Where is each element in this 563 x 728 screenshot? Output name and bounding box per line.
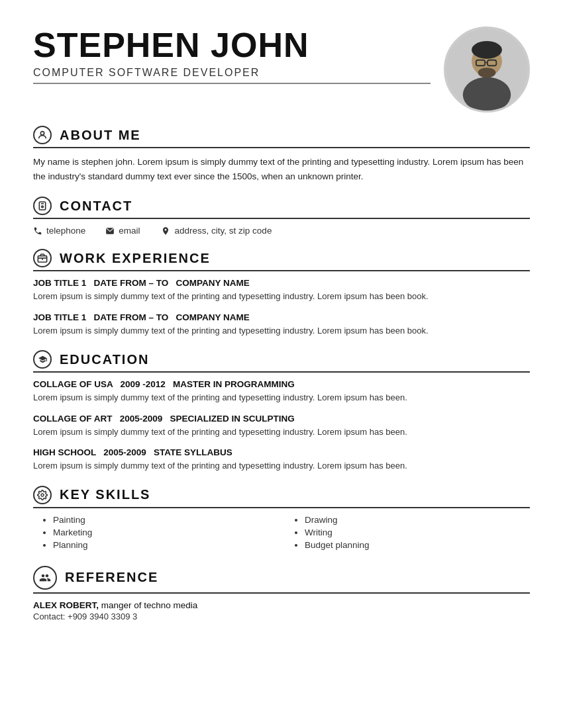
job-2-title: JOB TITLE 1: [33, 312, 86, 322]
job-1-company: COMPANY NAME: [176, 278, 250, 288]
job-2-date: DATE FROM – TO: [94, 312, 169, 322]
education-title: EDUCATION: [60, 352, 149, 367]
job-1-title-line: JOB TITLE 1 DATE FROM – TO COMPANY NAME: [33, 278, 530, 288]
graduation-icon: [37, 355, 48, 364]
header-left: STEPHEN JOHN COMPUTER SOFTWARE DEVELOPER: [33, 26, 431, 84]
profile-photo: [444, 26, 530, 113]
people-icon: [38, 572, 52, 584]
skills-grid: Painting Marketing Planning Drawing Writ…: [33, 515, 530, 553]
skills-icon: [33, 486, 52, 504]
reference-name: ALEX ROBERT, manger of techno media: [33, 600, 530, 610]
skill-budget-planning: Budget planning: [305, 540, 530, 550]
edu-3-title-line: HIGH SCHOOL 2005-2009 STATE SYLLABUS: [33, 447, 530, 457]
edu-1-desc: Lorem ipsum is simply dummy text of the …: [33, 391, 530, 404]
contact-section-header: CONTACT: [33, 197, 530, 219]
svg-point-10: [42, 206, 44, 208]
edu-3-school: HIGH SCHOOL: [33, 447, 96, 457]
address-icon: [160, 226, 171, 236]
work-icon: [33, 249, 52, 267]
skill-writing: Writing: [305, 527, 530, 537]
edu-2-school: COLLAGE OF ART: [33, 414, 113, 424]
skill-marketing: Marketing: [53, 527, 278, 537]
about-section-header: ABOUT ME: [33, 126, 530, 148]
email-label: email: [119, 226, 140, 236]
skill-drawing: Drawing: [305, 515, 530, 525]
education-section: EDUCATION COLLAGE OF USA 2009 -2012 MAST…: [33, 350, 530, 473]
svg-point-16: [41, 494, 44, 496]
edu-1-degree: MASTER IN PROGRAMMING: [173, 379, 295, 389]
reference-contact: Contact: +909 3940 3309 3: [33, 612, 530, 621]
address-label: address, city, st zip code: [175, 226, 272, 236]
job-2-company: COMPANY NAME: [176, 312, 250, 322]
job-1-title: JOB TITLE 1: [33, 278, 86, 288]
job-1-date: DATE FROM – TO: [94, 278, 169, 288]
edu-1: COLLAGE OF USA 2009 -2012 MASTER IN PROG…: [33, 379, 530, 404]
gear-icon: [37, 490, 48, 500]
edu-2-dates: 2005-2009: [120, 414, 163, 424]
reference-icon: [33, 566, 57, 590]
edu-1-dates: 2009 -2012: [121, 379, 166, 389]
about-section: ABOUT ME My name is stephen john. Lorem …: [33, 126, 530, 183]
reference-title: REFERENCE: [65, 570, 158, 585]
skill-planning: Planning: [53, 540, 278, 550]
education-section-header: EDUCATION: [33, 350, 530, 373]
about-text: My name is stephen john. Lorem ipsum is …: [33, 155, 530, 183]
reference-section: REFERENCE ALEX ROBERT, manger of techno …: [33, 566, 530, 621]
skills-title: KEY SKILLS: [60, 487, 150, 502]
job-2-desc: Lorem ipsum is simply dummy text of the …: [33, 324, 530, 338]
email-icon: [105, 226, 115, 236]
edu-1-title-line: COLLAGE OF USA 2009 -2012 MASTER IN PROG…: [33, 379, 530, 389]
contact-telephone: telephone: [33, 226, 85, 236]
about-icon: [33, 126, 52, 144]
work-section: WORK EXPERIENCE JOB TITLE 1 DATE FROM – …: [33, 249, 530, 337]
phone-icon: [33, 226, 42, 236]
telephone-label: telephone: [46, 226, 85, 236]
job-2: JOB TITLE 1 DATE FROM – TO COMPANY NAME …: [33, 312, 530, 338]
edu-2-desc: Lorem ipsum is simply dummy text of the …: [33, 426, 530, 439]
edu-3-degree: STATE SYLLABUS: [154, 447, 232, 457]
contact-address: address, city, st zip code: [160, 226, 272, 236]
contact-title: CONTACT: [60, 199, 132, 214]
contact-section: CONTACT telephone email address, city, s…: [33, 197, 530, 236]
edu-1-school: COLLAGE OF USA: [33, 379, 113, 389]
edu-2: COLLAGE OF ART 2005-2009 SPECIALIZED IN …: [33, 414, 530, 439]
edu-3-dates: 2005-2009: [103, 447, 146, 457]
contact-email: email: [105, 226, 140, 236]
header-divider: [33, 83, 431, 84]
skills-section: KEY SKILLS Painting Marketing Planning D…: [33, 486, 530, 553]
about-title: ABOUT ME: [60, 128, 141, 143]
svg-point-8: [40, 132, 44, 135]
edu-2-degree: SPECIALIZED IN SCULPTING: [170, 414, 295, 424]
skills-col-2: Drawing Writing Budget planning: [291, 515, 530, 553]
work-section-header: WORK EXPERIENCE: [33, 249, 530, 271]
skill-painting: Painting: [53, 515, 278, 525]
skills-col-1: Painting Marketing Planning: [40, 515, 278, 553]
candidate-title: COMPUTER SOFTWARE DEVELOPER: [33, 67, 431, 79]
job-1-desc: Lorem ipsum is simply dummy text of the …: [33, 290, 530, 303]
work-title: WORK EXPERIENCE: [60, 251, 211, 266]
svg-point-3: [472, 41, 502, 59]
job-2-title-line: JOB TITLE 1 DATE FROM – TO COMPANY NAME: [33, 312, 530, 322]
skills-section-header: KEY SKILLS: [33, 486, 530, 508]
reference-section-header: REFERENCE: [33, 566, 530, 594]
education-icon: [33, 350, 52, 369]
edu-3: HIGH SCHOOL 2005-2009 STATE SYLLABUS Lor…: [33, 447, 530, 473]
contact-icon: [33, 197, 52, 215]
edu-2-title-line: COLLAGE OF ART 2005-2009 SPECIALIZED IN …: [33, 414, 530, 424]
contact-row: telephone email address, city, st zip co…: [33, 226, 530, 236]
svg-point-7: [478, 68, 496, 77]
resume-header: STEPHEN JOHN COMPUTER SOFTWARE DEVELOPER: [33, 26, 530, 113]
candidate-name: STEPHEN JOHN: [33, 26, 431, 64]
job-1: JOB TITLE 1 DATE FROM – TO COMPANY NAME …: [33, 278, 530, 303]
svg-point-1: [463, 77, 511, 112]
edu-3-desc: Lorem ipsum is simply dummy text of the …: [33, 459, 530, 473]
